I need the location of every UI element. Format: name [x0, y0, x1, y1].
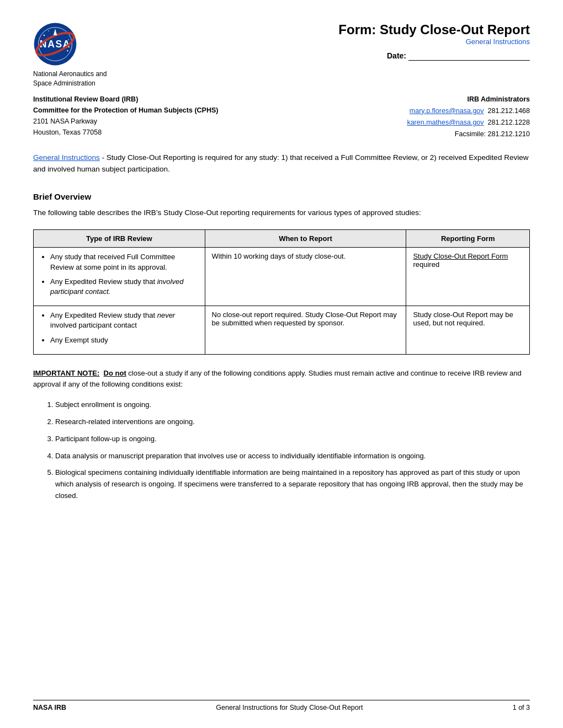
table-header-type: Type of IRB Review — [34, 230, 205, 248]
irb-info-row: Institutional Review Board (IRB) Committ… — [33, 94, 530, 141]
irb-admins-title: IRB Administrators — [407, 94, 530, 105]
irb-email1-link[interactable]: mary.p.flores@nasa.gov — [410, 107, 484, 115]
svg-point-2 — [44, 35, 45, 36]
irb-right: IRB Administrators mary.p.flores@nasa.go… — [407, 94, 530, 141]
list-item: Any Exempt study — [50, 335, 198, 345]
table-cell-when-2: No close-out report required. Study Clos… — [205, 306, 406, 355]
irb-review-table: Type of IRB Review When to Report Report… — [33, 229, 530, 354]
intro-paragraph: General Instructions - Study Close-Out R… — [33, 152, 530, 175]
irb-email2-row: karen.mathes@nasa.gov 281.212.1228 — [407, 117, 530, 129]
condition-item: Subject enrollment is ongoing. — [55, 399, 530, 411]
general-instructions-intro-link[interactable]: General Instructions — [33, 153, 100, 162]
important-note: IMPORTANT NOTE: Do not close-out a study… — [33, 368, 530, 391]
org-text: National Aeronautics and Space Administr… — [33, 69, 107, 88]
do-not-label: Do not — [104, 369, 126, 377]
general-instructions-header-link[interactable]: General Instructions — [118, 38, 530, 46]
irb-email1-row: mary.p.flores@nasa.gov 281.212.1468 — [407, 105, 530, 117]
table-cell-form-2: Study close-Out Report may be used, but … — [406, 306, 530, 355]
table-header-form: Reporting Form — [406, 230, 530, 248]
important-label: IMPORTANT NOTE: — [33, 369, 99, 377]
irb-phone2: 281.212.1228 — [488, 119, 530, 126]
irb-address2: Houston, Texas 77058 — [33, 127, 218, 138]
condition-item: Research-related interventions are ongoi… — [55, 416, 530, 428]
irb-phone1: 281.212.1468 — [488, 107, 530, 115]
irb-fax: Facsimile: 281.212.1210 — [407, 129, 530, 140]
org-line2: Space Administration — [33, 79, 95, 87]
org-line1: National Aeronautics and — [33, 70, 107, 78]
intro-text: - Study Close-Out Reporting is required … — [33, 153, 528, 174]
condition-item: Participant follow-up is ongoing. — [55, 433, 530, 445]
list-item: Any Expedited Review study that involved… — [50, 277, 198, 297]
table-row: Any study that received Full Committee R… — [34, 248, 530, 306]
irb-left: Institutional Review Board (IRB) Committ… — [33, 94, 218, 141]
irb-email2-link[interactable]: karen.mathes@nasa.gov — [407, 119, 484, 126]
form-title: Form: Study Close-Out Report — [118, 22, 530, 38]
footer-left: NASA IRB — [33, 704, 66, 711]
date-underline-field — [408, 51, 530, 61]
svg-point-3 — [48, 30, 49, 31]
table-cell-type-2: Any Expedited Review study that never in… — [34, 306, 205, 355]
irb-bold-line2: Committee for the Protection of Human Su… — [33, 105, 218, 116]
conditions-list: Subject enrollment is ongoing. Research-… — [55, 399, 530, 502]
page-footer: NASA IRB General Instructions for Study … — [33, 700, 530, 711]
condition-item: Biological specimens containing individu… — [55, 467, 530, 501]
condition-item: Data analysis or manuscript preparation … — [55, 451, 530, 462]
table-row: Any Expedited Review study that never in… — [34, 306, 530, 355]
table-cell-type-1: Any study that received Full Committee R… — [34, 248, 205, 306]
svg-point-7 — [67, 50, 68, 51]
date-label: Date: — [387, 51, 406, 60]
list-item: Any study that received Full Committee R… — [50, 252, 198, 272]
overview-paragraph: The following table describes the IRB’s … — [33, 207, 530, 219]
date-line: Date: — [118, 51, 530, 61]
irb-bold-line1: Institutional Review Board (IRB) — [33, 94, 218, 105]
table-cell-form-1: Study Close-Out Report Form required — [406, 248, 530, 306]
table-cell-when-1: Within 10 working days of study close-ou… — [205, 248, 406, 306]
nasa-logo: NASA — [33, 22, 77, 66]
footer-center: General Instructions for Study Close-Out… — [216, 704, 363, 711]
footer-right: 1 of 3 — [513, 704, 530, 711]
brief-overview-title: Brief Overview — [33, 192, 530, 201]
list-item: Any Expedited Review study that never in… — [50, 311, 198, 330]
report-form-link: Study Close-Out Report Form — [413, 252, 508, 260]
table-header-when: When to Report — [205, 230, 406, 248]
irb-address1: 2101 NASA Parkway — [33, 116, 218, 127]
